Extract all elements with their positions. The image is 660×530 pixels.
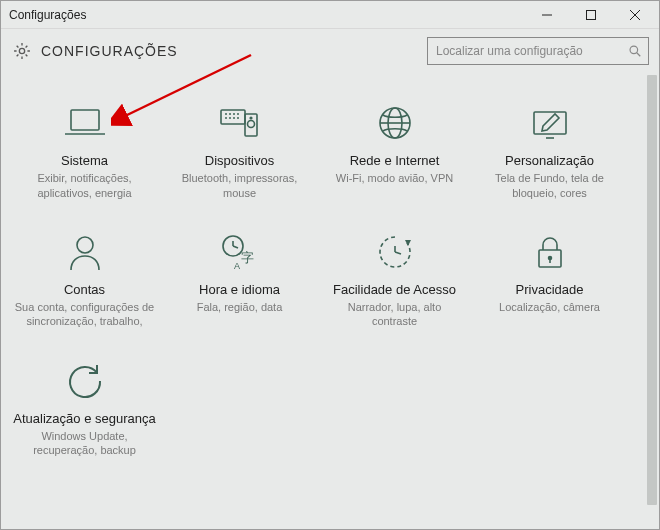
svg-line-29 (233, 246, 238, 248)
svg-point-20 (250, 117, 252, 119)
window-title: Configurações (9, 8, 525, 22)
svg-rect-9 (221, 110, 245, 124)
devices-icon (166, 99, 313, 147)
settings-grid: Sistema Exibir, notificações, aplicativo… (1, 75, 645, 529)
tile-title: Facilidade de Acesso (333, 282, 456, 298)
svg-point-19 (247, 121, 254, 128)
svg-rect-7 (71, 110, 99, 130)
tile-title: Privacidade (516, 282, 584, 298)
minimize-button[interactable] (525, 1, 569, 28)
svg-rect-24 (534, 112, 566, 134)
tile-desc: Exibir, notificações, aplicativos, energ… (15, 171, 155, 200)
tile-desc: Fala, região, data (197, 300, 283, 314)
tile-sistema[interactable]: Sistema Exibir, notificações, aplicativo… (7, 93, 162, 222)
page-header: CONFIGURAÇÕES (1, 29, 659, 75)
svg-text:A: A (234, 261, 240, 271)
svg-point-4 (19, 48, 24, 53)
tile-title: Hora e idioma (199, 282, 280, 298)
search-icon (628, 44, 642, 58)
tile-hora[interactable]: 字 A Hora e idioma Fala, região, data (162, 222, 317, 351)
tile-dispositivos[interactable]: Dispositivos Bluetooth, impressoras, mou… (162, 93, 317, 222)
window-titlebar: Configurações (1, 1, 659, 29)
tile-title: Sistema (61, 153, 108, 169)
svg-text:字: 字 (241, 250, 254, 265)
laptop-icon (11, 99, 158, 147)
svg-line-34 (395, 252, 401, 254)
svg-line-6 (637, 53, 641, 57)
tile-desc: Wi-Fi, modo avião, VPN (336, 171, 453, 185)
svg-point-5 (630, 46, 638, 54)
search-input[interactable] (436, 44, 628, 58)
tile-rede[interactable]: Rede e Internet Wi-Fi, modo avião, VPN (317, 93, 472, 222)
page-title: CONFIGURAÇÕES (41, 43, 178, 59)
close-button[interactable] (613, 1, 657, 28)
tile-title: Contas (64, 282, 105, 298)
tile-desc: Localização, câmera (499, 300, 600, 314)
lock-icon (476, 228, 623, 276)
svg-point-26 (77, 237, 93, 253)
gear-icon (11, 40, 33, 62)
svg-rect-1 (587, 10, 596, 19)
tile-contas[interactable]: Contas Sua conta, configurações de sincr… (7, 222, 162, 351)
ease-of-access-icon (321, 228, 468, 276)
window-controls (525, 1, 657, 28)
search-box[interactable] (427, 37, 649, 65)
tile-atualizacao[interactable]: Atualização e segurança Windows Update, … (7, 351, 162, 480)
svg-marker-32 (405, 240, 411, 246)
scrollbar-thumb[interactable] (647, 75, 657, 505)
tile-title: Rede e Internet (350, 153, 440, 169)
tile-facilidade[interactable]: Facilidade de Acesso Narrador, lupa, alt… (317, 222, 472, 351)
tile-desc: Bluetooth, impressoras, mouse (170, 171, 310, 200)
tile-privacidade[interactable]: Privacidade Localização, câmera (472, 222, 627, 351)
vertical-scrollbar[interactable] (646, 75, 658, 528)
tile-title: Atualização e segurança (13, 411, 155, 427)
maximize-button[interactable] (569, 1, 613, 28)
person-icon (11, 228, 158, 276)
personalize-icon (476, 99, 623, 147)
tile-desc: Windows Update, recuperação, backup (15, 429, 155, 458)
globe-icon (321, 99, 468, 147)
tile-title: Personalização (505, 153, 594, 169)
tile-desc: Sua conta, configurações de sincronizaçã… (15, 300, 155, 329)
tile-desc: Tela de Fundo, tela de bloqueio, cores (480, 171, 620, 200)
time-language-icon: 字 A (166, 228, 313, 276)
update-icon (11, 357, 158, 405)
tile-desc: Narrador, lupa, alto contraste (325, 300, 465, 329)
tile-personalizacao[interactable]: Personalização Tela de Fundo, tela de bl… (472, 93, 627, 222)
tile-title: Dispositivos (205, 153, 274, 169)
